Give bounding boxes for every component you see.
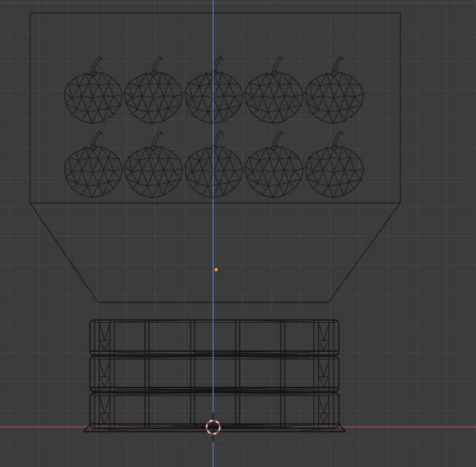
apple-wireframe[interactable] bbox=[245, 57, 303, 124]
scene-svg bbox=[0, 0, 476, 467]
crate-slat-diagonals bbox=[148, 388, 265, 428]
apple-wireframe[interactable] bbox=[245, 131, 303, 198]
apple-wireframe[interactable] bbox=[305, 57, 363, 124]
apple-wireframe[interactable] bbox=[64, 57, 122, 124]
crate-layer bbox=[90, 356, 339, 392]
crate-mesh[interactable] bbox=[83, 320, 346, 432]
apple-grid bbox=[64, 57, 363, 198]
hopper-mesh[interactable] bbox=[30, 13, 401, 303]
object-origin-dot[interactable] bbox=[214, 268, 218, 272]
apple-wireframe[interactable] bbox=[124, 131, 183, 198]
apple-wireframe[interactable] bbox=[185, 57, 243, 124]
cursor-3d[interactable] bbox=[201, 413, 225, 442]
crate-plank-edges bbox=[145, 320, 285, 427]
apple-wireframe[interactable] bbox=[124, 57, 183, 124]
apple-wireframe[interactable] bbox=[185, 131, 243, 198]
crate-layer bbox=[90, 393, 339, 429]
apple-wireframe[interactable] bbox=[305, 131, 363, 198]
crate-layer bbox=[90, 320, 339, 356]
crate-corner-posts bbox=[95, 320, 334, 427]
apple-wireframe[interactable] bbox=[64, 131, 122, 198]
blender-3d-viewport[interactable] bbox=[0, 0, 476, 467]
